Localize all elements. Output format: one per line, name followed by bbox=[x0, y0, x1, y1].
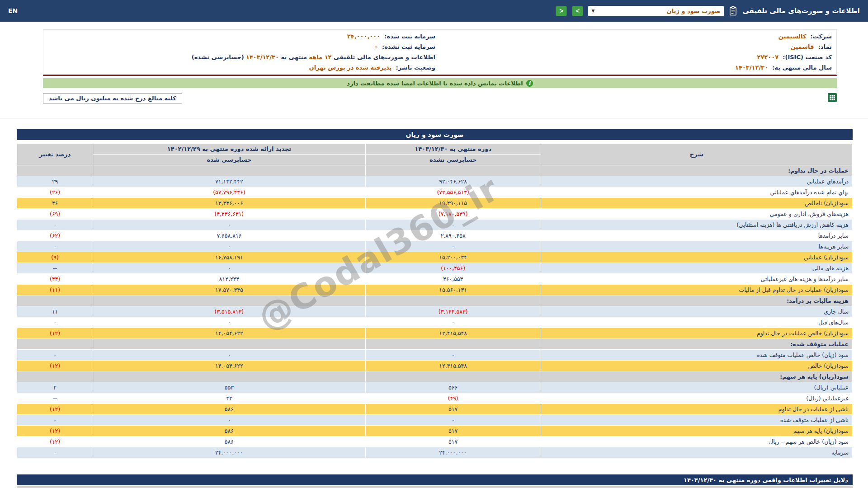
excel-export-button[interactable] bbox=[828, 93, 837, 102]
value-cell-change: ۰ bbox=[17, 350, 93, 361]
row-label: سال جاری bbox=[541, 306, 852, 317]
topbar: اطلاعات و صورت‌های مالی تلفیقی صورت سود … bbox=[0, 0, 868, 22]
value-cell-change: (۲۶) bbox=[17, 187, 93, 198]
issuer-status-label: وضعیت ناشر: bbox=[396, 64, 435, 71]
row-label: هزینه کاهش ارزش دریافتنی ها (هزینه استثن… bbox=[541, 220, 852, 230]
value-cell-current bbox=[365, 165, 541, 176]
value-cell-current: ۱۵,۲۰۰,۰۳۴ bbox=[365, 252, 541, 263]
value-cell-restated: ۷,۶۵۸,۸۱۶ bbox=[93, 230, 365, 241]
value-cell-current: (۴۹) bbox=[365, 393, 541, 404]
row-label: درآمدهاي عملياتي bbox=[541, 176, 852, 187]
next-report-button[interactable]: > bbox=[572, 6, 583, 16]
section-divider bbox=[0, 118, 868, 118]
statement-row: سود(زيان) ناخالص۱۹,۴۹۰,۱۱۵۱۳,۳۳۶,۰۰۶۴۶ bbox=[17, 198, 853, 209]
row-label: سایر درآمدها bbox=[541, 230, 852, 241]
company-name-label: شرکت: bbox=[811, 33, 832, 40]
statement-row: سایر درآمدها۲,۸۹۰,۴۵۸۷,۶۵۸,۸۱۶(۶۲) bbox=[17, 230, 853, 241]
value-cell-restated bbox=[93, 339, 365, 350]
report-period-text: اطلاعات و صورت‌های مالی تلفیقی bbox=[332, 54, 436, 61]
report-period-row: اطلاعات و صورت‌های مالی تلفیقی ۱۲ ماهه م… bbox=[43, 52, 440, 62]
statement-row: عملیاتي (ریال)۵۶۶۵۵۳۲ bbox=[17, 382, 853, 393]
row-label: سایر هزینه‌ها bbox=[541, 241, 852, 252]
row-label: سود (زیان) خالص عملیات متوقف شده bbox=[541, 350, 852, 361]
value-cell-change: -- bbox=[17, 393, 93, 404]
value-cell-restated: ۵۸۶ bbox=[93, 404, 365, 415]
statement-row: سال جاری(۳,۱۴۴,۵۸۳)(۳,۵۱۵,۸۱۳)۱۱ bbox=[17, 306, 853, 317]
english-language-link[interactable]: EN bbox=[8, 7, 18, 14]
value-cell-current: ۱۲,۴۱۵,۵۴۸ bbox=[365, 328, 541, 339]
row-label: سود (زیان) خالص هر سهم – ریال bbox=[541, 436, 852, 447]
value-cell-restated: ۱۴,۰۵۴,۶۲۲ bbox=[93, 328, 365, 339]
value-cell-change: ۰ bbox=[17, 241, 93, 252]
note-row: کلیه مبالغ درج شده به میلیون ریال می باش… bbox=[43, 93, 837, 105]
value-cell-restated bbox=[93, 371, 365, 382]
value-cell-current: ۱۹,۴۹۰,۱۱۵ bbox=[365, 198, 541, 209]
value-cell-change: (۱۱) bbox=[17, 285, 93, 296]
income-statement-table: شرح دوره منتهی به ۱۴۰۳/۱۲/۳۰ تجدید ارائه… bbox=[17, 143, 853, 458]
value-cell-current: ۵۱۷ bbox=[365, 436, 541, 447]
income-statement-header: شرح دوره منتهی به ۱۴۰۳/۱۲/۳۰ تجدید ارائه… bbox=[17, 144, 853, 165]
value-cell-current: ۱۲,۴۱۵,۵۴۸ bbox=[365, 361, 541, 371]
value-cell-current: ۴۶۰,۵۵۳ bbox=[365, 274, 541, 285]
value-cell-change: ۲۹ bbox=[17, 176, 93, 187]
prev-report-button[interactable]: < bbox=[556, 6, 567, 16]
statement-row: سود(زیان) پایه هر سهم۵۱۷۵۸۶(۱۲) bbox=[17, 426, 853, 436]
value-cell-current: ۵۱۷ bbox=[365, 426, 541, 436]
unregistered-capital-label: سرمایه ثبت نشده: bbox=[382, 43, 435, 50]
value-cell-change: (۱۲) bbox=[17, 361, 93, 371]
statement-row: سود(زیان) خالص عملیات در حال تداوم۱۲,۴۱۵… bbox=[17, 328, 853, 339]
isic-row: کد صنعت (ISIC): ۲۷۲۰۰۷ bbox=[440, 52, 836, 62]
section-header-row: عملیات در حال تداوم: bbox=[17, 165, 853, 176]
row-label: بهاي تمام شده درآمدهاي عملياتي bbox=[541, 187, 852, 198]
statement-row: بهاي تمام شده درآمدهاي عملياتي(۷۲,۵۵۶,۵۱… bbox=[17, 187, 853, 198]
value-cell-restated: ۱۶,۷۵۸,۱۹۱ bbox=[93, 252, 365, 263]
value-cell-change: ۱۱ bbox=[17, 306, 93, 317]
value-cell-restated: ۵۸۶ bbox=[93, 426, 365, 436]
value-cell-current: ۰ bbox=[365, 317, 541, 328]
value-cell-restated bbox=[93, 165, 365, 176]
statement-row: درآمدهاي عملياتي۹۲,۰۴۶,۶۲۸۷۱,۱۳۲,۴۴۲۲۹ bbox=[17, 176, 853, 187]
value-cell-change: ۰ bbox=[17, 447, 93, 458]
value-cell-change: (۶۹) bbox=[17, 209, 93, 220]
excel-icon bbox=[828, 97, 837, 103]
statement-row: ناشی از عملیات متوقف شده۰۰۰ bbox=[17, 415, 853, 426]
signed-data-banner-text: اطلاعات نمایش داده شده با اطلاعات امضا ش… bbox=[347, 80, 523, 87]
value-cell-change bbox=[17, 165, 93, 176]
column-header-current-period: دوره منتهی به ۱۴۰۳/۱۲/۳۰ bbox=[365, 144, 541, 155]
value-cell-current: ۱۵,۵۶۰,۱۳۱ bbox=[365, 285, 541, 296]
report-period-ending-text: منتهی به bbox=[279, 54, 307, 61]
company-name-row: شرکت: کالسیمین bbox=[440, 31, 836, 42]
value-cell-current: ۰ bbox=[365, 241, 541, 252]
report-type-select[interactable]: صورت سود و زیان bbox=[588, 6, 724, 16]
statement-row: سود(زیان) خالص۱۲,۴۱۵,۵۴۸۱۴,۰۵۴,۶۲۲(۱۲) bbox=[17, 361, 853, 371]
value-cell-restated: ۳۳ bbox=[93, 393, 365, 404]
statement-row: سود(زیان) عملیات در حال تداوم قبل از مال… bbox=[17, 285, 853, 296]
value-cell-current bbox=[365, 371, 541, 382]
signed-data-banner: i اطلاعات نمایش داده شده با اطلاعات امضا… bbox=[43, 78, 837, 88]
row-label: سال‌های قبل bbox=[541, 317, 852, 328]
income-statement-section: صورت سود و زیان شرح دوره منتهی به ۱۴۰۳/۱… bbox=[17, 129, 853, 458]
value-cell-restated: (۵۷,۷۹۶,۴۳۶) bbox=[93, 187, 365, 198]
value-cell-restated: ۱۴,۰۵۴,۶۲۲ bbox=[93, 361, 365, 371]
section-header-row: سود(زیان) پایه هر سهم: bbox=[17, 371, 853, 382]
value-cell-restated: ۰ bbox=[93, 350, 365, 361]
statement-row: هزينه‌هاي فروش، اداري و عمومي(۷,۱۸۰,۵۳۹)… bbox=[17, 209, 853, 220]
company-name-value: کالسیمین bbox=[778, 33, 807, 40]
company-info-panel: شرکت: کالسیمین نماد: فاسمین کد صنعت (ISI… bbox=[43, 29, 837, 76]
value-cell-restated: ۲۴,۰۰۰,۰۰۰ bbox=[93, 447, 365, 458]
value-cell-change: (۴۳) bbox=[17, 274, 93, 285]
financial-statements-icon bbox=[729, 6, 737, 16]
value-cell-restated: (۴,۲۳۶,۶۳۱) bbox=[93, 209, 365, 220]
value-cell-restated: ۰ bbox=[93, 241, 365, 252]
section-header-row: عملیات متوقف شده: bbox=[17, 339, 853, 350]
value-cell-restated: ۰ bbox=[93, 317, 365, 328]
row-label: هزينه‌هاي فروش، اداري و عمومي bbox=[541, 209, 852, 220]
column-subheader-audited: حسابرسی شده bbox=[93, 155, 365, 165]
value-cell-change bbox=[17, 296, 93, 306]
row-label: سایر درآمدها و هزینه های غیرعملیاتی bbox=[541, 274, 852, 285]
value-cell-current bbox=[365, 296, 541, 306]
statement-row: سال‌های قبل۰۰۰ bbox=[17, 317, 853, 328]
fiscal-year-label: سال مالی منتهی به: bbox=[772, 64, 832, 71]
value-cell-restated: ۱۳,۳۳۶,۰۰۶ bbox=[93, 198, 365, 209]
value-cell-current bbox=[365, 339, 541, 350]
